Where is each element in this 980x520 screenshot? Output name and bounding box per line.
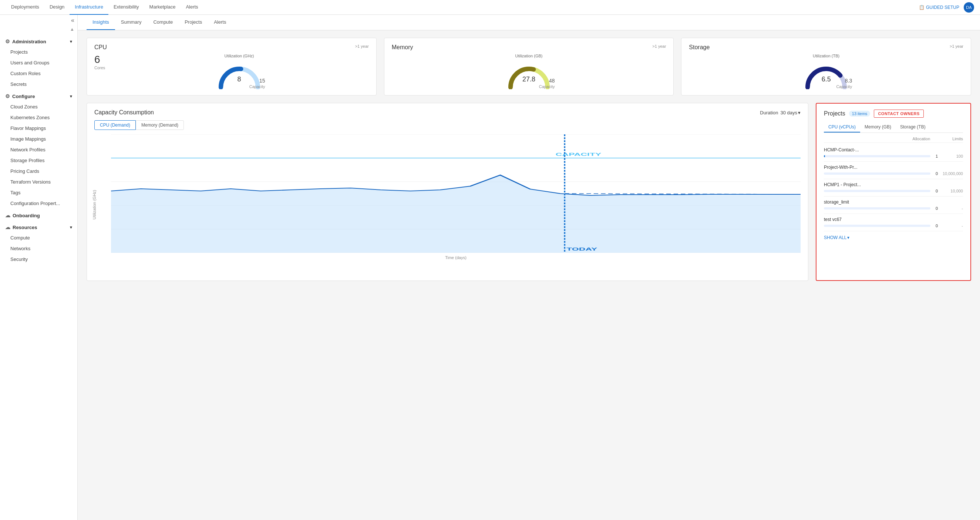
nav-item-marketplace[interactable]: Marketplace xyxy=(144,0,181,15)
memory-gauge-label: Utilization (GB) xyxy=(515,54,543,58)
duration-label: Duration xyxy=(760,110,778,115)
tab-compute[interactable]: Compute xyxy=(147,15,179,30)
project-bar-fill-0 xyxy=(824,155,825,157)
sidebar-item-kubernetes-zones[interactable]: Kubernetes Zones xyxy=(0,112,77,123)
duration-chevron-icon: ▾ xyxy=(798,110,800,115)
projects-tab-memory[interactable]: Memory (GB) xyxy=(860,122,896,132)
cpu-current-value: 8 xyxy=(237,75,241,83)
cpu-core-count: 6 xyxy=(94,54,105,65)
list-item: Project-With-Pr... 0 10,000,000 xyxy=(824,162,963,179)
svg-text:TODAY: TODAY xyxy=(566,247,597,251)
sidebar-group-onboarding[interactable]: ☁ Onboarding xyxy=(0,209,77,220)
sidebar-item-security[interactable]: Security xyxy=(0,254,77,265)
project-bar-bg-2 xyxy=(824,190,931,192)
collapse-icon: « xyxy=(71,17,74,24)
tab-insights[interactable]: Insights xyxy=(87,15,115,30)
projects-table-header: Allocation Limits xyxy=(824,137,963,143)
sidebar-item-networks[interactable]: Networks xyxy=(0,243,77,254)
sidebar-item-custom-roles[interactable]: Custom Roles xyxy=(0,68,77,79)
memory-timeframe: >1 year xyxy=(652,44,666,48)
sidebar-item-pricing-cards[interactable]: Pricing Cards xyxy=(0,166,77,177)
chart-tab-cpu-demand[interactable]: CPU (Demand) xyxy=(94,120,136,130)
administration-icon: ⚙ xyxy=(5,38,10,45)
storage-metric-card: Storage >1 year Utilization (TB) 6.5 xyxy=(681,38,971,96)
onboarding-icon: ☁ xyxy=(5,212,10,219)
project-alloc-0: 1 xyxy=(933,154,938,158)
project-bar-bg-1 xyxy=(824,172,931,175)
tab-summary[interactable]: Summary xyxy=(115,15,148,30)
top-nav-right: 📋 GUIDED SETUP DA xyxy=(919,2,974,13)
sidebar-item-tags[interactable]: Tags xyxy=(0,187,77,198)
chart-x-label: Time (days) xyxy=(111,255,800,260)
show-all-button[interactable]: SHOW ALL ▾ xyxy=(824,235,963,240)
chart-tab-memory-demand[interactable]: Memory (Demand) xyxy=(136,120,184,130)
top-navigation: Deployments Design Infrastructure Extens… xyxy=(0,0,980,15)
capacity-chart-svg: 20 15 10 5 0 CAPACITY xyxy=(111,134,800,253)
sidebar-item-secrets[interactable]: Secrets xyxy=(0,79,77,89)
sidebar-collapse-button[interactable]: « xyxy=(0,15,77,26)
cpu-core-label: Cores xyxy=(94,65,105,70)
dashboard: CPU >1 year 6 Cores Utilization (GHz) xyxy=(78,30,980,520)
sidebar-item-users-and-groups[interactable]: Users and Groups xyxy=(0,57,77,68)
nav-item-infrastructure[interactable]: Infrastructure xyxy=(70,0,108,15)
main-layout: « ▲ ⚙ Administration ▾ Projects Users an… xyxy=(0,15,980,520)
project-limit-2: 10,000 xyxy=(941,189,963,193)
project-bar-bg-0 xyxy=(824,155,931,157)
svg-text:CAPACITY: CAPACITY xyxy=(556,153,601,156)
sidebar-scroll-up-icon[interactable]: ▲ xyxy=(70,27,74,32)
list-item: HCMP1 - Project... 0 10,000 xyxy=(824,179,963,196)
sidebar-group-administration[interactable]: ⚙ Administration ▾ xyxy=(0,35,77,47)
contact-owners-button[interactable]: CONTACT OWNERS xyxy=(874,110,924,118)
projects-tab-storage[interactable]: Storage (TB) xyxy=(896,122,930,132)
nav-item-alerts[interactable]: Alerts xyxy=(181,0,203,15)
project-name-0: HCMP-Contact-... xyxy=(824,147,963,153)
project-limit-1: 10,000,000 xyxy=(941,171,963,176)
tab-projects[interactable]: Projects xyxy=(179,15,208,30)
project-bar-bg-3 xyxy=(824,207,931,209)
list-item: HCMP-Contact-... 1 100 xyxy=(824,144,963,162)
sidebar-item-cloud-zones[interactable]: Cloud Zones xyxy=(0,101,77,112)
sidebar-section-configure: ⚙ Configure ▾ Cloud Zones Kubernetes Zon… xyxy=(0,89,77,209)
sidebar-item-storage-profiles[interactable]: Storage Profiles xyxy=(0,155,77,166)
user-avatar[interactable]: DA xyxy=(964,2,974,13)
administration-chevron-icon: ▾ xyxy=(70,39,72,44)
projects-panel: Projects 13 items CONTACT OWNERS CPU (vC… xyxy=(816,103,971,281)
show-all-chevron-icon: ▾ xyxy=(847,235,850,240)
sidebar-group-resources[interactable]: ☁ Resources ▾ xyxy=(0,220,77,233)
configure-icon: ⚙ xyxy=(5,93,10,99)
nav-item-extensibility[interactable]: Extensibility xyxy=(108,0,144,15)
guided-setup-button[interactable]: 📋 GUIDED SETUP xyxy=(919,5,959,10)
tab-alerts[interactable]: Alerts xyxy=(208,15,232,30)
allocation-header: Allocation xyxy=(913,137,931,141)
projects-title: Projects xyxy=(824,110,845,117)
duration-value[interactable]: 30 days ▾ xyxy=(780,110,800,115)
list-item: test vc67 0 - xyxy=(824,214,963,231)
sidebar-item-projects[interactable]: Projects xyxy=(0,47,77,57)
projects-items-badge: 13 items xyxy=(849,111,870,116)
project-name-1: Project-With-Pr... xyxy=(824,165,963,170)
sidebar-item-image-mappings[interactable]: Image Mappings xyxy=(0,134,77,144)
sidebar-group-configure[interactable]: ⚙ Configure ▾ xyxy=(0,89,77,101)
sidebar-section-administration: ⚙ Administration ▾ Projects Users and Gr… xyxy=(0,35,77,89)
configure-chevron-icon: ▾ xyxy=(70,94,72,99)
memory-gauge: Utilization (GB) 27.8 48 Capacity xyxy=(392,54,666,89)
cpu-timeframe: >1 year xyxy=(355,44,369,48)
projects-tab-cpu[interactable]: CPU (vCPUs) xyxy=(824,122,860,132)
projects-sub-tabs: CPU (vCPUs) Memory (GB) Storage (TB) xyxy=(824,122,963,133)
storage-gauge: Utilization (TB) 6.5 8.3 Capacity xyxy=(689,54,963,89)
sidebar-item-configuration-properties[interactable]: Configuration Propert... xyxy=(0,198,77,209)
sidebar-item-flavor-mappings[interactable]: Flavor Mappings xyxy=(0,123,77,134)
cpu-metric-card: CPU >1 year 6 Cores Utilization (GHz) xyxy=(87,38,377,96)
memory-capacity-num: 48 xyxy=(539,78,555,84)
nav-item-design[interactable]: Design xyxy=(45,0,70,15)
cpu-capacity-label: Capacity xyxy=(249,85,265,89)
sidebar-item-network-profiles[interactable]: Network Profiles xyxy=(0,144,77,155)
cpu-capacity-num: 15 xyxy=(249,78,265,84)
sidebar-item-terraform-versions[interactable]: Terraform Versions xyxy=(0,177,77,187)
sidebar-item-compute[interactable]: Compute xyxy=(0,233,77,243)
storage-timeframe: >1 year xyxy=(950,44,963,48)
nav-item-deployments[interactable]: Deployments xyxy=(6,0,45,15)
cpu-gauge: Utilization (GHz) 8 15 Capacity xyxy=(110,54,369,89)
project-limit-0: 100 xyxy=(941,154,963,158)
capacity-consumption-title: Capacity Consumption xyxy=(94,109,154,116)
